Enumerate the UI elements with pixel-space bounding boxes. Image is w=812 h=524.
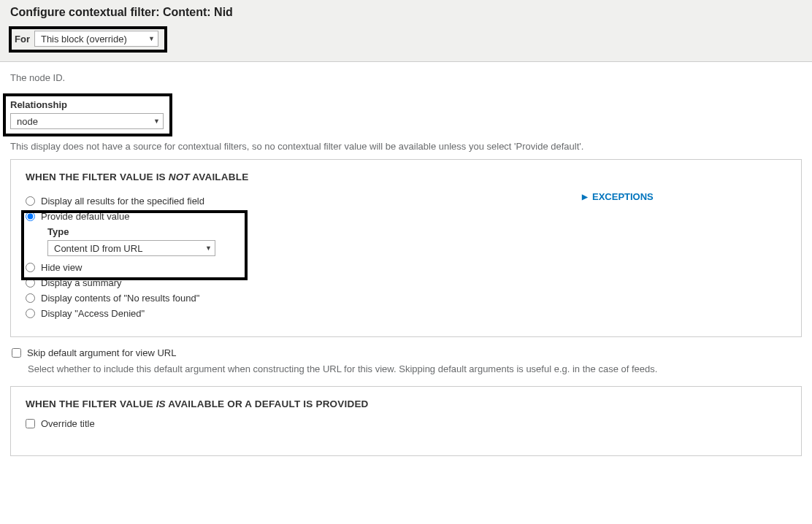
- radio-label: Display all results for the specified fi…: [41, 196, 204, 207]
- filter-description: The node ID.: [10, 72, 802, 83]
- radio-access-denied[interactable]: Display "Access Denied": [26, 308, 567, 319]
- fieldset-not-legend: WHEN THE FILTER VALUE IS NOT AVAILABLE: [26, 172, 786, 182]
- relationship-select[interactable]: node ▼: [10, 113, 164, 129]
- type-label: Type: [47, 226, 567, 237]
- skip-default-description: Select whether to include this default a…: [28, 363, 802, 376]
- skip-default-section: Skip default argument for view URL Selec…: [12, 347, 802, 376]
- radio-provide-default[interactable]: Provide default value: [26, 211, 567, 222]
- for-select[interactable]: This block (override) ▼: [34, 31, 158, 47]
- type-select[interactable]: Content ID from URL ▼: [47, 240, 215, 256]
- override-title-label: Override title: [41, 418, 95, 429]
- skip-default-checkbox-row[interactable]: Skip default argument for view URL: [12, 347, 802, 358]
- for-label: For: [15, 34, 30, 45]
- triangle-right-icon: ▶: [582, 193, 588, 201]
- radio-input-access-denied[interactable]: [26, 309, 35, 318]
- radio-label: Provide default value: [41, 211, 129, 222]
- chevron-down-icon: ▼: [150, 117, 160, 125]
- radio-label: Display a summary: [41, 277, 122, 288]
- dialog-title: Configure contextual filter: Content: Ni…: [10, 6, 802, 19]
- radio-input-display-all[interactable]: [26, 196, 35, 206]
- override-title-checkbox[interactable]: [26, 419, 35, 428]
- type-select-value: Content ID from URL: [54, 243, 142, 254]
- override-title-row[interactable]: Override title: [26, 418, 786, 429]
- fieldset-is-legend: WHEN THE FILTER VALUE IS AVAILABLE OR A …: [26, 398, 786, 409]
- radio-no-results[interactable]: Display contents of "No results found": [26, 293, 567, 304]
- for-highlight-box: For This block (override) ▼: [9, 26, 167, 53]
- contextual-note: This display does not have a source for …: [10, 141, 802, 152]
- radio-input-hide-view[interactable]: [26, 263, 35, 272]
- fieldset-is-available: WHEN THE FILTER VALUE IS AVAILABLE OR A …: [10, 386, 802, 456]
- skip-default-checkbox[interactable]: [12, 348, 21, 358]
- fieldset-not-available: WHEN THE FILTER VALUE IS NOT AVAILABLE D…: [10, 159, 802, 337]
- radio-display-summary[interactable]: Display a summary: [26, 277, 567, 288]
- radio-label: Display contents of "No results found": [41, 293, 199, 304]
- chevron-down-icon: ▼: [202, 244, 212, 252]
- radio-input-display-summary[interactable]: [26, 278, 35, 288]
- radio-display-all[interactable]: Display all results for the specified fi…: [26, 196, 567, 207]
- dialog-header: Configure contextual filter: Content: Ni…: [0, 0, 812, 62]
- relationship-section: Relationship node ▼: [10, 93, 802, 136]
- for-select-value: This block (override): [41, 34, 127, 45]
- radio-hide-view[interactable]: Hide view: [26, 262, 567, 273]
- relationship-select-value: node: [17, 116, 38, 127]
- radio-input-provide-default[interactable]: [26, 212, 35, 221]
- relationship-highlight-box: Relationship node ▼: [3, 93, 172, 136]
- radio-label: Display "Access Denied": [41, 308, 145, 319]
- skip-default-label: Skip default argument for view URL: [27, 347, 176, 358]
- exceptions-toggle[interactable]: ▶ EXCEPTIONS: [582, 191, 786, 202]
- type-subsection: Type Content ID from URL ▼: [47, 226, 567, 256]
- radio-label: Hide view: [41, 262, 82, 273]
- exceptions-label: EXCEPTIONS: [592, 191, 654, 202]
- radio-input-no-results[interactable]: [26, 293, 35, 303]
- dialog-body: The node ID. Relationship node ▼ This di…: [0, 62, 812, 474]
- chevron-down-icon: ▼: [145, 35, 155, 42]
- relationship-label: Relationship: [10, 99, 164, 110]
